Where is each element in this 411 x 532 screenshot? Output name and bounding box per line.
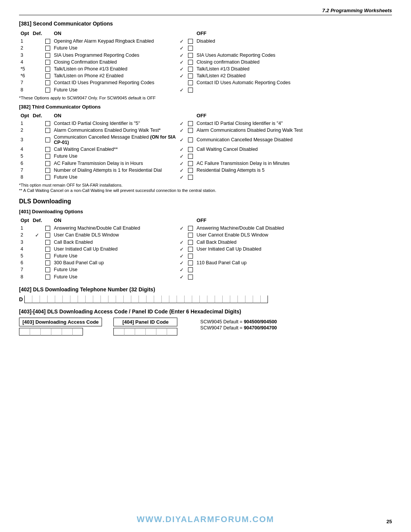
def-cell	[31, 120, 44, 127]
field-cell-403	[40, 328, 51, 335]
table-row: 3Call Back Enabled✓Call Back Disabled	[19, 238, 392, 245]
off-check-outer-cell	[178, 79, 186, 86]
off-check-cell	[186, 146, 195, 153]
field-cell	[260, 296, 268, 303]
footer-url: WWW.DIYALARMFORUM.COM	[0, 514, 411, 524]
opt-cell: 2	[19, 232, 31, 238]
off-check-cell	[186, 72, 195, 79]
field-cell	[131, 296, 139, 303]
s382-col-def: Def.	[31, 112, 44, 120]
off-text-cell: AC Failure Transmission Delay is in Minu…	[195, 160, 392, 166]
field-cell-404	[145, 328, 156, 335]
table-row: 3Communication Cancelled Message Enabled…	[19, 134, 392, 146]
field-cell	[116, 296, 123, 303]
off-check-cell	[186, 66, 195, 72]
field-cell	[237, 296, 245, 303]
off-text-cell: SIA Uses Automatic Reporting Codes	[195, 51, 392, 58]
def-cell	[31, 153, 44, 160]
dls-main-title: DLS Downloading	[19, 198, 392, 205]
on-text-cell: Future Use	[53, 174, 178, 181]
on-check-cell	[44, 273, 53, 280]
col-404-cells	[113, 328, 177, 335]
off-check-outer-cell: ✓	[178, 246, 186, 252]
def-cell	[31, 51, 44, 58]
dls-col-opt: Opt	[19, 217, 31, 225]
off-text-cell: Call Waiting Cancel Disabled	[195, 146, 392, 153]
off-check-outer-cell: ✓	[178, 252, 186, 259]
off-check-outer-cell: ✓	[178, 153, 186, 160]
default2-label: SCW9047 Default =	[200, 325, 242, 331]
def-cell	[31, 259, 44, 266]
off-check-cell	[186, 79, 195, 86]
off-check-outer-cell: ✓	[178, 134, 186, 146]
table-row: 7Contact ID Uses Programmed Reporting Co…	[19, 79, 392, 86]
col-off-label: OFF	[195, 30, 392, 38]
section-381-title: [381] Second Communicator Options	[19, 21, 392, 27]
def-cell	[31, 45, 44, 51]
s382-on-check-header	[44, 112, 53, 120]
field-cell	[70, 296, 78, 303]
on-check-cell	[44, 238, 53, 245]
col-opt: Opt	[19, 30, 31, 38]
opt-cell: 3	[19, 238, 31, 245]
section-382-header: Opt Def. ON OFF	[19, 112, 392, 120]
on-check-cell	[44, 252, 53, 259]
on-check-cell	[44, 59, 53, 66]
on-check-cell	[44, 160, 53, 166]
off-check-cell	[186, 167, 195, 174]
section-382-notes: *This option must remain OFF for SIA-FAR…	[19, 183, 392, 193]
off-check-cell	[186, 134, 195, 146]
off-check-outer-cell: ✓	[178, 127, 186, 134]
defaults-col: SCW9045 Default = 904500/904500 SCW9047 …	[189, 318, 392, 331]
on-check-cell	[44, 66, 53, 72]
on-text-cell: Future Use	[53, 273, 178, 280]
default-line-1: SCW9045 Default = 904500/904500	[200, 319, 392, 324]
table-row: 6300 Baud Panel Call up✓110 Baud Panel C…	[19, 259, 392, 266]
on-check-cell	[44, 146, 53, 153]
off-check-cell	[186, 259, 195, 266]
default1-label: SCW9045 Default =	[200, 319, 242, 324]
off-check-outer-cell: ✓	[178, 160, 186, 166]
def-cell: ✓	[31, 232, 44, 238]
off-check-cell	[186, 273, 195, 280]
opt-cell: 2	[19, 45, 31, 51]
section-381-header: Opt Def. ON OFF	[19, 30, 392, 38]
opt-cell: 7	[19, 167, 31, 174]
field-cell	[62, 296, 70, 303]
table-row: 8Future Use✓	[19, 273, 392, 280]
on-text-cell: Answering Machine/Double Call Enabled	[53, 225, 178, 232]
field-cell	[245, 296, 253, 303]
off-check-cell	[186, 120, 195, 127]
table-row: 4User Initiated Call Up Enabled✓User Ini…	[19, 246, 392, 252]
opt-cell: 7	[19, 79, 31, 86]
section-381-table: Opt Def. ON OFF 1Opening After Alarm Key…	[19, 30, 392, 93]
off-check-outer-cell: ✓	[178, 225, 186, 232]
field-cell	[230, 296, 237, 303]
dls-header: Opt Def. ON OFF	[19, 217, 392, 225]
section-382-note: ** A Call Waiting Cancel on a non-Call W…	[19, 188, 392, 193]
on-check-cell	[44, 127, 53, 134]
field-cell	[192, 296, 199, 303]
off-check-outer-cell: ✓	[178, 259, 186, 266]
col-404-label: [404] Panel ID Code	[113, 318, 177, 326]
table-row: 2Alarm Communications Enabled During Wal…	[19, 127, 392, 134]
dls-on-check-header	[44, 217, 53, 225]
off-check-outer-cell: ✓	[178, 38, 186, 45]
off-text-cell: User Initiated Call Up Disabled	[195, 246, 392, 252]
s382-col-opt: Opt	[19, 112, 31, 120]
table-row: 6AC Failure Transmission Delay is in Hou…	[19, 160, 392, 166]
off-check-outer-cell: ✓	[178, 51, 186, 58]
off-text-cell: Closing confirmation Disabled	[195, 59, 392, 66]
section-381-note: *These Options apply to SCW9047 Only. Fo…	[19, 96, 392, 100]
field-cell-403	[51, 328, 62, 335]
default1-value: 904500/904500	[244, 319, 277, 324]
dls-off-check-header	[186, 217, 195, 225]
table-row: 1Contact ID Partial Closing Identifier i…	[19, 120, 392, 127]
off-check-cell	[186, 45, 195, 51]
field-d-label: D	[19, 296, 23, 302]
opt-cell: 8	[19, 174, 31, 181]
field-cell-403	[62, 328, 72, 335]
def-cell	[31, 66, 44, 72]
off-check-outer-cell: ✓	[178, 174, 186, 181]
off-check-cell	[186, 266, 195, 273]
